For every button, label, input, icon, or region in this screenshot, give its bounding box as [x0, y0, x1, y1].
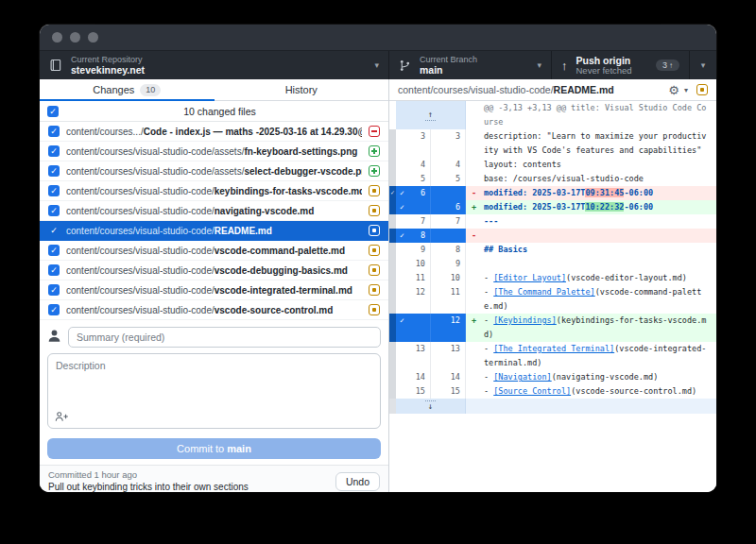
hunk-select-strip[interactable]: [389, 328, 396, 342]
hunk-select-strip[interactable]: [389, 129, 396, 144]
new-line-number[interactable]: 11: [431, 285, 466, 299]
old-line-number[interactable]: [396, 144, 431, 158]
hunk-select-strip[interactable]: [389, 370, 396, 384]
current-repository-button[interactable]: Current Repository stevekinney.net ▾: [40, 51, 389, 79]
diff-row[interactable]: 33description: "Learn to maximize your p…: [389, 129, 716, 144]
old-line-number[interactable]: 4: [396, 158, 431, 172]
new-line-number[interactable]: [431, 328, 466, 342]
description-input[interactable]: [47, 353, 381, 429]
commit-button[interactable]: Commit to main: [47, 438, 381, 459]
diff-row[interactable]: ✓6+modified: 2025-03-17T10:22:32-06:00: [389, 200, 716, 214]
diff-row[interactable]: 1313- [The Integrated Terminal](vscode-i…: [389, 342, 716, 356]
hunk-select-strip[interactable]: [389, 229, 396, 243]
file-row[interactable]: ✓content/courses/visual-studio-code/asse…: [40, 162, 388, 181]
file-row[interactable]: ✓content/courses.../Code - index.js — ma…: [40, 122, 388, 142]
chevron-down-icon[interactable]: ▾: [684, 86, 688, 94]
file-checkbox[interactable]: ✓: [48, 264, 60, 276]
new-line-number[interactable]: 10: [431, 271, 466, 285]
file-checkbox[interactable]: ✓: [48, 245, 60, 256]
file-checkbox[interactable]: ✓: [48, 126, 60, 137]
hunk-select-strip[interactable]: [389, 158, 396, 172]
old-line-number[interactable]: [396, 328, 431, 342]
old-line-number[interactable]: 7: [396, 214, 431, 229]
diff-row[interactable]: 98## Basics: [389, 243, 716, 257]
diff-row[interactable]: ✓✓6-modified: 2025-03-17T09:31:45-06:00: [389, 186, 716, 200]
new-line-number[interactable]: 4: [431, 158, 466, 172]
file-row[interactable]: ✓content/courses/visual-studio-code/asse…: [40, 142, 388, 162]
tab-changes[interactable]: Changes 10: [40, 79, 215, 100]
push-options-button[interactable]: ▾: [690, 51, 716, 79]
old-line-number[interactable]: 14: [396, 370, 431, 384]
hunk-select-strip[interactable]: [389, 342, 396, 356]
file-row[interactable]: ✓content/courses/visual-studio-code/vsco…: [40, 241, 388, 261]
old-line-number[interactable]: [396, 299, 431, 314]
old-line-number[interactable]: 9: [396, 243, 431, 257]
old-line-number[interactable]: ✓6: [396, 186, 431, 200]
hunk-select-strip[interactable]: [389, 172, 396, 186]
old-line-number[interactable]: 15: [396, 384, 431, 399]
new-line-number[interactable]: [431, 144, 466, 158]
file-row[interactable]: ✓content/courses/visual-studio-code/vsco…: [40, 261, 388, 280]
old-line-number[interactable]: ✓: [396, 314, 431, 328]
close-window-button[interactable]: [52, 32, 62, 42]
file-checkbox[interactable]: ✓: [48, 165, 60, 177]
file-row[interactable]: ✓content/courses/visual-studio-code/READ…: [40, 221, 388, 241]
old-line-number[interactable]: 10: [396, 257, 431, 271]
new-line-number[interactable]: 6: [431, 200, 466, 214]
hunk-select-strip[interactable]: [389, 200, 396, 214]
diff-row[interactable]: 1414- [Navigation](navigating-vscode.md): [389, 370, 716, 384]
diff-row[interactable]: 77---: [389, 214, 716, 229]
diff-row[interactable]: ity with VS Code's features and capabili…: [389, 144, 716, 158]
file-checkbox[interactable]: ✓: [48, 205, 60, 216]
old-line-number[interactable]: 11: [396, 271, 431, 285]
hunk-select-strip[interactable]: [389, 384, 396, 399]
old-line-number[interactable]: 3: [396, 129, 431, 144]
file-checkbox[interactable]: ✓: [48, 225, 60, 236]
diff-row[interactable]: d): [389, 328, 716, 342]
new-line-number[interactable]: 14: [431, 370, 466, 384]
file-checkbox[interactable]: ✓: [48, 145, 60, 157]
new-line-number[interactable]: 3: [431, 129, 466, 144]
file-checkbox[interactable]: ✓: [48, 185, 60, 196]
old-line-number[interactable]: 5: [396, 172, 431, 186]
old-line-number[interactable]: 12: [396, 285, 431, 299]
undo-button[interactable]: Undo: [335, 472, 380, 491]
person-add-icon[interactable]: [55, 409, 69, 426]
expand-hunk-up-button[interactable]: ↑: [396, 101, 466, 129]
diff-row[interactable]: terminal.md): [389, 356, 716, 370]
hunk-select-strip[interactable]: [389, 285, 396, 299]
new-line-number[interactable]: 12: [431, 314, 466, 328]
diff-row[interactable]: ✓8-: [389, 229, 716, 243]
hunk-select-strip[interactable]: [389, 144, 396, 158]
diff-row[interactable]: 1110- [Editor Layout](vscode-editor-layo…: [389, 271, 716, 285]
file-checkbox[interactable]: ✓: [48, 284, 60, 296]
hunk-select-strip[interactable]: [389, 257, 396, 271]
hunk-select-strip[interactable]: [389, 243, 396, 257]
summary-input[interactable]: [68, 327, 381, 348]
hunk-select-strip[interactable]: [389, 299, 396, 314]
file-row[interactable]: ✓content/courses/visual-studio-code/vsco…: [40, 280, 388, 300]
expand-hunk-down-button[interactable]: ↓: [396, 399, 466, 414]
hunk-select-strip[interactable]: [389, 356, 396, 370]
current-branch-button[interactable]: Current Branch main ▾: [389, 51, 552, 79]
diff-row[interactable]: 1515- [Source Control](vscode-source-con…: [389, 384, 716, 399]
file-row[interactable]: ✓content/courses/visual-studio-code/vsco…: [40, 300, 388, 320]
new-line-number[interactable]: [431, 229, 466, 243]
diff-row[interactable]: 44layout: contents: [389, 158, 716, 172]
new-line-number[interactable]: 7: [431, 214, 466, 229]
push-origin-button[interactable]: ↑ Push origin Never fetched 3↑: [552, 51, 690, 79]
old-line-number[interactable]: [396, 356, 431, 370]
diff-row[interactable]: e.md): [389, 299, 716, 314]
file-checkbox[interactable]: ✓: [48, 304, 60, 315]
new-line-number[interactable]: 8: [431, 243, 466, 257]
new-line-number[interactable]: [431, 299, 466, 314]
diff-row[interactable]: ✓12+- [Keybindings](keybindings-for-task…: [389, 314, 716, 328]
hunk-select-strip[interactable]: [389, 214, 396, 229]
new-line-number[interactable]: [431, 356, 466, 370]
hunk-select-strip[interactable]: [389, 314, 396, 328]
tab-history[interactable]: History: [215, 79, 389, 100]
minimize-window-button[interactable]: [70, 32, 80, 42]
hunk-select-strip[interactable]: [389, 271, 396, 285]
select-all-checkbox[interactable]: ✓: [47, 106, 59, 117]
gear-icon[interactable]: ⚙: [668, 84, 679, 96]
